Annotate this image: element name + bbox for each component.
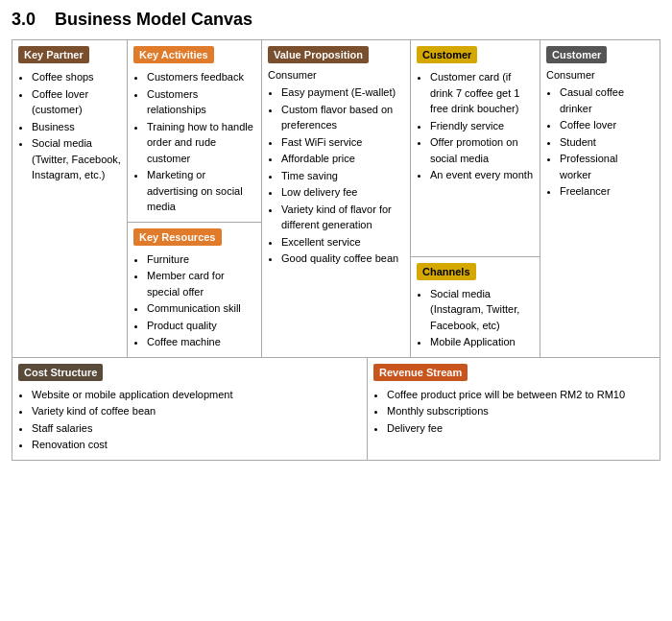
value-proposition-sublabel: Consumer (268, 69, 404, 81)
key-activities-header: Key Activities (133, 46, 214, 63)
key-resources-header: Key Resources (133, 228, 222, 246)
list-item: Business (32, 119, 121, 135)
customer-cr-subsection: Customer Customer card (if drink 7 coffe… (411, 40, 540, 257)
list-item: Offer promotion on social media (430, 134, 534, 166)
page: 3.0 Business Model Canvas Key Partner Co… (0, 0, 672, 470)
list-item: Training how to handle order and rude cu… (147, 119, 255, 167)
list-item: Coffee lover (560, 117, 640, 133)
list-item: Easy payment (E-wallet) (281, 84, 404, 101)
list-item: Good quality coffee bean (281, 251, 404, 267)
value-proposition-list: Easy payment (E-wallet) Custom flavor ba… (281, 84, 404, 267)
revenue-stream-header: Revenue Stream (373, 364, 468, 381)
list-item: Social media (Instagram, Twitter, Facebo… (430, 286, 534, 334)
list-item: Mobile Application (430, 334, 534, 350)
key-activities-subsection: Key Activities Customers feedback Custom… (128, 40, 261, 223)
revenue-stream-section: Revenue Stream Coffee product price will… (368, 358, 660, 460)
list-item: Renovation cost (32, 437, 361, 453)
list-item: Low delivery fee (281, 184, 404, 201)
list-item: Customer card (if drink 7 coffee get 1 f… (430, 69, 534, 117)
customer-segment-header: Customer (546, 46, 607, 63)
list-item: Professional worker (560, 151, 640, 182)
list-item: Social media (Twitter, Facebook, Instagr… (32, 135, 121, 183)
business-model-canvas: Key Partner Coffee shops Coffee lover (c… (12, 39, 660, 461)
key-activities-resources-section: Key Activities Customers feedback Custom… (128, 40, 262, 357)
list-item: Staff salaries (32, 420, 361, 437)
channels-header: Channels (417, 263, 476, 280)
title-number: 3.0 (12, 10, 36, 30)
key-partner-header: Key Partner (18, 46, 89, 63)
list-item: Friendly service (430, 118, 534, 134)
key-partner-list: Coffee shops Coffee lover (customer) Bus… (32, 69, 121, 183)
list-item: Product quality (147, 318, 255, 334)
value-proposition-header: Value Proposition (268, 46, 369, 63)
value-proposition-section: Value Proposition Consumer Easy payment … (262, 40, 411, 357)
channels-subsection: Channels Social media (Instagram, Twitte… (411, 257, 540, 357)
customer-cr-header: Customer (417, 46, 477, 63)
list-item: Website or mobile application developmen… (32, 387, 361, 403)
customer-segment-sublabel: Consumer (546, 69, 640, 81)
list-item: Coffee lover (customer) (32, 86, 121, 118)
list-item: Customers feedback (147, 69, 255, 85)
list-item: Casual coffee drinker (560, 84, 640, 116)
list-item: Time saving (281, 168, 404, 184)
cost-structure-header: Cost Structure (18, 364, 103, 381)
revenue-stream-list: Coffee product price will be between RM2… (387, 387, 654, 437)
list-item: Monthly subscriptions (387, 403, 654, 419)
list-item: An event every month (430, 167, 534, 183)
customer-segment-section: Customer Consumer Casual coffee drinker … (540, 40, 646, 357)
list-item: Freelancer (560, 183, 640, 200)
page-title: 3.0 Business Model Canvas (12, 10, 660, 30)
list-item: Coffee machine (147, 334, 255, 350)
list-item: Member card for special offer (147, 268, 255, 299)
cost-structure-list: Website or mobile application developmen… (32, 387, 361, 453)
key-resources-subsection: Key Resources Furniture Member card for … (128, 223, 261, 357)
list-item: Custom flavor based on preferences (281, 102, 404, 133)
list-item: Fast WiFi service (281, 134, 404, 151)
list-item: Delivery fee (387, 420, 654, 437)
list-item: Excellent service (281, 234, 404, 251)
cost-structure-section: Cost Structure Website or mobile applica… (12, 358, 368, 460)
key-partner-section: Key Partner Coffee shops Coffee lover (c… (12, 40, 128, 357)
list-item: Variety kind of flavor for different gen… (281, 202, 404, 233)
list-item: Communication skill (147, 300, 255, 317)
channels-list: Social media (Instagram, Twitter, Facebo… (430, 286, 534, 350)
key-activities-list: Customers feedback Customers relationshi… (147, 69, 255, 215)
list-item: Furniture (147, 251, 255, 268)
key-resources-list: Furniture Member card for special offer … (147, 251, 255, 350)
list-item: Affordable price (281, 151, 404, 167)
title-text: Business Model Canvas (55, 10, 252, 30)
list-item: Customers relationships (147, 86, 255, 118)
list-item: Coffee product price will be between RM2… (387, 387, 654, 403)
canvas-top-row: Key Partner Coffee shops Coffee lover (c… (12, 40, 660, 358)
list-item: Marketing or advertising on social media (147, 167, 255, 215)
customer-cr-list: Customer card (if drink 7 coffee get 1 f… (430, 69, 534, 183)
customer-cr-channels-section: Customer Customer card (if drink 7 coffe… (411, 40, 540, 357)
list-item: Variety kind of coffee bean (32, 403, 361, 419)
canvas-bottom-row: Cost Structure Website or mobile applica… (12, 358, 660, 460)
list-item: Coffee shops (32, 69, 121, 85)
customer-segment-list: Casual coffee drinker Coffee lover Stude… (560, 84, 640, 200)
list-item: Student (560, 134, 640, 151)
